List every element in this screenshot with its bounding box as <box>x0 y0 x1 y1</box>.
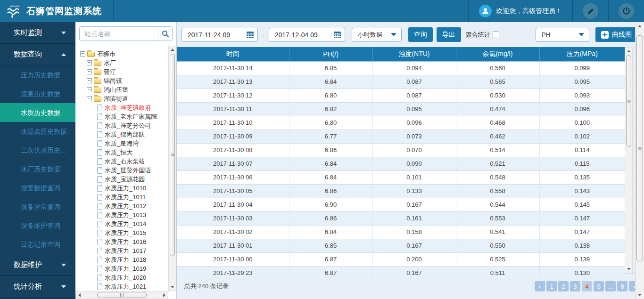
tree-horizontal-scrollbar[interactable] <box>75 291 168 299</box>
table-row[interactable]: 2017-11-30 036.860.1610.5530.147 <box>177 211 625 225</box>
tree-leaf[interactable]: 水质_老水厂家属院 <box>75 112 168 121</box>
collapse-icon[interactable]: − <box>87 78 92 83</box>
table-vertical-scrollbar[interactable] <box>625 47 633 273</box>
sidebar-section[interactable]: 实时监测 <box>0 22 75 44</box>
collapse-icon[interactable]: − <box>87 87 92 92</box>
calendar-icon[interactable] <box>334 32 341 38</box>
tree-leaf[interactable]: 水质压力_1014 <box>75 219 168 228</box>
page-button-1[interactable]: 1 <box>546 281 557 291</box>
table-row[interactable]: 2017-11-30 106.800.0960.4680.100 <box>177 116 625 129</box>
tree-leaf[interactable]: 水质压力_1017 <box>75 246 168 255</box>
tree-leaf[interactable]: 水质_世贸外国语 <box>75 166 168 175</box>
tree-leaf[interactable]: 水质压力_1010 <box>75 184 168 193</box>
tree-leaf[interactable]: 水质压力_1016 <box>75 237 168 246</box>
tree-folder[interactable]: −石狮市 <box>75 49 168 58</box>
sidebar-item[interactable]: 流量历史数据 <box>0 84 75 103</box>
page-button-3[interactable]: 3 <box>570 281 580 291</box>
table-row[interactable]: 2017-11-30 016.850.1670.5500.138 <box>177 239 625 252</box>
tree-leaf[interactable]: 水质_恒大 <box>75 148 168 157</box>
tree-folder[interactable]: −水厂 <box>75 58 168 67</box>
sidebar-item[interactable]: 报警数据查询 <box>0 178 75 197</box>
scroll-up-icon[interactable] <box>636 23 643 30</box>
page-button-4[interactable]: 4 <box>582 281 592 291</box>
ellipsis-page-button[interactable]: ... <box>605 281 616 291</box>
scroll-up-icon[interactable] <box>169 46 176 53</box>
sidebar-item[interactable]: 水质历史数据 <box>0 103 75 122</box>
table-row[interactable]: 2017-11-30 006.870.2000.5250.139 <box>177 252 625 266</box>
tree-vertical-scrollbar[interactable] <box>168 46 176 291</box>
sidebar-item[interactable]: 日志记录查询 <box>0 235 75 254</box>
table-row[interactable]: 2017-11-30 076.840.0900.5210.115 <box>177 157 625 170</box>
collapse-icon[interactable]: − <box>87 60 92 65</box>
column-header[interactable]: 浊度(NTU) <box>372 47 456 61</box>
page-scroll-thumb[interactable] <box>636 35 643 261</box>
date-to-input[interactable]: 2017-12-04 09 <box>269 28 345 42</box>
tree-leaf[interactable]: 水质_石永泵站 <box>75 157 168 166</box>
page-button-5[interactable]: 5 <box>594 281 604 291</box>
interval-select[interactable]: 小时数据 <box>352 28 402 42</box>
table-row[interactable]: 2017-11-30 046.900.1670.5440.145 <box>177 198 625 211</box>
calendar-icon[interactable] <box>247 32 254 38</box>
sidebar-item[interactable]: 设备异常查询 <box>0 197 75 216</box>
aggregate-checkbox[interactable] <box>493 32 499 38</box>
sidebar-item[interactable]: 水厂历史数据 <box>0 160 75 178</box>
table-row[interactable]: 2017-11-29 236.870.1670.5110.130 <box>177 266 625 280</box>
sidebar-section[interactable]: 数据查询 <box>0 44 75 65</box>
table-row[interactable]: 2017-11-30 056.860.1330.5580.143 <box>177 184 625 198</box>
tree-leaf[interactable]: 水质压力_1011 <box>75 193 168 202</box>
tree-leaf[interactable]: 水质压力_1021 <box>75 282 168 291</box>
tree-hscroll-thumb[interactable] <box>97 292 147 298</box>
column-header[interactable]: PH(/) <box>289 47 372 61</box>
tree-leaf[interactable]: 水质_宝源花园 <box>75 175 168 184</box>
tree-folder[interactable]: −锦尚镇 <box>75 76 168 85</box>
scroll-left-icon[interactable] <box>76 291 83 299</box>
table-scroll-thumb[interactable] <box>626 55 631 147</box>
tree-folder[interactable]: −晋江 <box>75 67 168 76</box>
prev-page-button[interactable]: ‹ <box>535 281 545 291</box>
table-row[interactable]: 2017-11-30 116.820.0950.4740.096 <box>177 102 625 116</box>
column-header[interactable]: 时间 <box>177 47 289 61</box>
tree-leaf[interactable]: 水质压力_1018 <box>75 255 168 264</box>
curve-chart-button[interactable]: 曲线图 <box>595 27 637 42</box>
sidebar-section[interactable]: 数据维护 <box>0 254 75 276</box>
table-row[interactable]: 2017-11-30 026.840.1580.5410.147 <box>177 225 625 239</box>
logout-button[interactable] <box>619 3 634 19</box>
sidebar-section[interactable]: 统计分析 <box>0 276 75 298</box>
page-vertical-scrollbar[interactable] <box>635 22 644 299</box>
page-button-8[interactable]: 8 <box>617 281 627 291</box>
table-row[interactable]: 2017-11-30 136.840.0870.5650.095 <box>177 75 625 89</box>
table-row[interactable]: 2017-11-30 126.800.0870.5300.093 <box>177 89 625 102</box>
station-search-input[interactable] <box>80 30 158 38</box>
date-from-input[interactable]: 2017-11-24 09 <box>182 28 258 42</box>
scroll-down-icon[interactable] <box>636 291 643 299</box>
collapse-icon[interactable]: − <box>80 51 85 57</box>
table-row[interactable]: 2017-11-30 066.840.1010.5480.135 <box>177 170 625 184</box>
scroll-right-icon[interactable] <box>161 291 168 299</box>
tree-leaf[interactable]: 水质压力_1013 <box>75 210 168 219</box>
scroll-up-icon[interactable] <box>625 48 632 55</box>
tree-scroll-thumb[interactable] <box>170 54 175 256</box>
scroll-down-icon[interactable] <box>625 266 632 273</box>
tree-leaf[interactable]: 水质压力_1012 <box>75 202 168 210</box>
sidebar-item[interactable]: 压力历史数据 <box>0 65 75 84</box>
collapse-icon[interactable]: − <box>87 69 92 74</box>
sidebar-item[interactable]: 水源点历史数据 <box>0 122 75 141</box>
table-row[interactable]: 2017-11-30 146.850.0940.5600.099 <box>177 61 625 75</box>
edit-button[interactable] <box>583 3 598 19</box>
query-button[interactable]: 查询 <box>408 27 433 42</box>
table-row[interactable]: 2017-11-30 096.770.0730.4620.102 <box>177 129 625 143</box>
search-button[interactable] <box>158 27 172 40</box>
tree-leaf[interactable]: 水质压力_1020 <box>75 273 168 282</box>
tree-folder[interactable]: −鸿山伍堡 <box>75 85 168 94</box>
tree-leaf[interactable]: 水质_星海湾 <box>75 139 168 148</box>
sidebar-item[interactable]: 二次供水历史... <box>0 141 75 160</box>
tree-leaf[interactable]: 水质_锦尚部队 <box>75 130 168 139</box>
tree-folder[interactable]: −湖滨街道 <box>75 94 168 103</box>
tree-leaf[interactable]: 水质压力_1019 <box>75 264 168 273</box>
sidebar-item[interactable]: 设备维护查询 <box>0 216 75 235</box>
tree-leaf[interactable]: 水质_祥芝镇政府 <box>75 103 168 112</box>
tree-leaf[interactable]: 水质压力_1015 <box>75 228 168 237</box>
parameter-select[interactable]: PH <box>536 28 589 42</box>
collapse-icon[interactable]: − <box>87 96 92 101</box>
table-row[interactable]: 2017-11-30 086.860.0700.5140.114 <box>177 143 625 157</box>
